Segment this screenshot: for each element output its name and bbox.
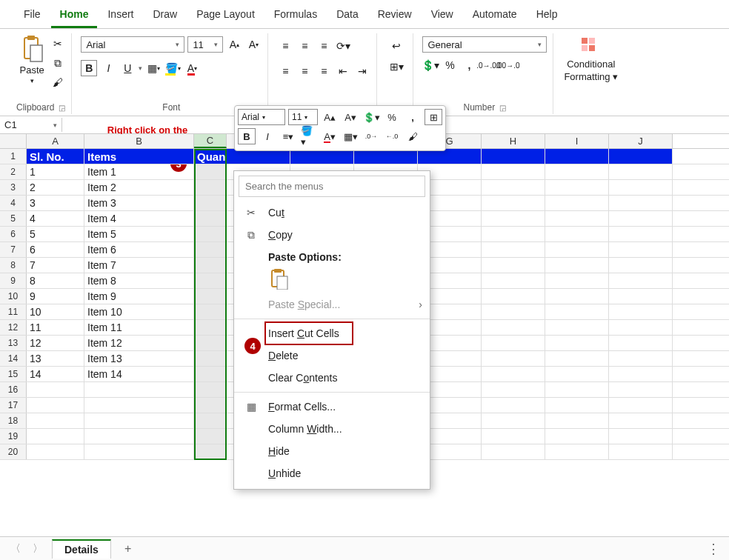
cell[interactable] bbox=[27, 429, 84, 444]
row-header[interactable]: 12 bbox=[0, 320, 27, 335]
mini-borders-icon[interactable]: ▦▾ bbox=[342, 128, 359, 144]
cell[interactable] bbox=[609, 258, 673, 273]
increase-indent-icon[interactable]: ⇥ bbox=[354, 63, 370, 79]
ctx-hide[interactable]: Hide bbox=[234, 440, 430, 462]
cell[interactable]: Item 14 bbox=[84, 367, 194, 381]
cell[interactable] bbox=[194, 429, 227, 444]
row-header[interactable]: 2 bbox=[0, 164, 27, 179]
fill-color-button[interactable]: 🪣▾ bbox=[164, 60, 181, 76]
tab-draw[interactable]: Draw bbox=[144, 2, 186, 28]
percent-format-icon[interactable]: % bbox=[442, 57, 458, 73]
row-header[interactable]: 5 bbox=[0, 211, 27, 226]
tab-insert[interactable]: Insert bbox=[99, 2, 142, 28]
align-right-icon[interactable]: ≡ bbox=[316, 63, 332, 79]
cell[interactable]: Item 6 bbox=[84, 242, 194, 257]
row-header[interactable]: 15 bbox=[0, 367, 27, 381]
cell[interactable] bbox=[545, 149, 609, 164]
mini-comma-icon[interactable]: , bbox=[404, 109, 422, 125]
merge-cells-icon[interactable]: ⊞▾ bbox=[386, 59, 407, 75]
tab-automate[interactable]: Automate bbox=[464, 2, 526, 28]
cell[interactable]: 13 bbox=[27, 351, 84, 366]
cell[interactable] bbox=[482, 289, 545, 304]
cell[interactable]: Item 13 bbox=[84, 351, 194, 366]
mini-increase-font-icon[interactable]: A▴ bbox=[321, 109, 339, 125]
cell[interactable] bbox=[194, 382, 227, 397]
cell[interactable] bbox=[194, 227, 227, 241]
cell[interactable] bbox=[27, 413, 84, 428]
cell[interactable]: Item 7 bbox=[84, 258, 194, 273]
mini-incr-decimal-icon[interactable]: .0→ bbox=[362, 128, 380, 144]
align-bottom-icon[interactable]: ≡ bbox=[316, 38, 332, 54]
increase-font-icon[interactable]: A▴ bbox=[226, 36, 242, 53]
cell[interactable]: 8 bbox=[27, 273, 84, 288]
cell[interactable] bbox=[482, 336, 545, 350]
cell[interactable]: Sl. No. bbox=[27, 149, 84, 164]
cell[interactable]: 1 bbox=[27, 164, 84, 179]
row-header[interactable]: 19 bbox=[0, 429, 27, 444]
align-middle-icon[interactable]: ≡ bbox=[296, 38, 313, 54]
cell[interactable] bbox=[84, 429, 194, 444]
align-left-icon[interactable]: ≡ bbox=[277, 63, 293, 79]
cell[interactable]: 5 bbox=[27, 227, 84, 241]
tab-data[interactable]: Data bbox=[327, 2, 367, 28]
cell[interactable] bbox=[482, 196, 545, 210]
column-header-a[interactable]: A bbox=[27, 134, 84, 148]
cell[interactable] bbox=[482, 320, 545, 335]
ctx-column-width[interactable]: Column Width... bbox=[234, 418, 430, 440]
cell[interactable] bbox=[545, 227, 609, 241]
cell[interactable] bbox=[482, 444, 545, 459]
cell[interactable] bbox=[545, 320, 609, 335]
cell[interactable] bbox=[418, 149, 482, 164]
italic-button[interactable]: I bbox=[100, 60, 116, 76]
mini-align-icon[interactable]: ≡▾ bbox=[279, 128, 297, 144]
row-header[interactable]: 11 bbox=[0, 304, 27, 319]
mini-font-select[interactable]: Arial▾ bbox=[238, 109, 285, 125]
cell[interactable] bbox=[545, 398, 609, 413]
cell[interactable]: 2 bbox=[27, 180, 84, 195]
cell[interactable] bbox=[545, 211, 609, 226]
cell[interactable] bbox=[609, 196, 673, 210]
cell[interactable] bbox=[545, 164, 609, 179]
cell[interactable] bbox=[609, 242, 673, 257]
cell[interactable] bbox=[194, 336, 227, 350]
cell[interactable] bbox=[84, 398, 194, 413]
mini-font-color-icon[interactable]: A▾ bbox=[321, 128, 339, 144]
paste-option-icon[interactable] bbox=[268, 268, 290, 290]
cell[interactable] bbox=[545, 351, 609, 366]
cell[interactable]: Quan bbox=[194, 149, 227, 164]
ctx-unhide[interactable]: Unhide bbox=[234, 462, 430, 484]
cell[interactable]: 9 bbox=[27, 289, 84, 304]
cell[interactable] bbox=[545, 196, 609, 210]
format-painter-icon[interactable]: 🖌 bbox=[50, 75, 65, 90]
decrease-decimal-icon[interactable]: .00→.0 bbox=[499, 57, 516, 73]
column-header-j[interactable]: J bbox=[609, 134, 673, 148]
cell[interactable] bbox=[194, 258, 227, 273]
mini-bold-button[interactable]: B bbox=[238, 128, 256, 144]
align-center-icon[interactable]: ≡ bbox=[296, 63, 313, 79]
cell[interactable]: Item 12 bbox=[84, 336, 194, 350]
cell[interactable] bbox=[609, 211, 673, 226]
column-header-c[interactable]: C bbox=[194, 134, 227, 148]
cell[interactable] bbox=[194, 444, 227, 459]
mini-accounting-icon[interactable]: 💲▾ bbox=[362, 109, 380, 125]
cell[interactable] bbox=[545, 273, 609, 288]
column-header-h[interactable]: H bbox=[482, 134, 545, 148]
cell[interactable] bbox=[545, 258, 609, 273]
row-header[interactable]: 13 bbox=[0, 336, 27, 350]
mini-fill-color-icon[interactable]: 🪣▾ bbox=[300, 128, 318, 144]
cell[interactable] bbox=[194, 196, 227, 210]
mini-merge-icon[interactable]: ⊞ bbox=[425, 109, 442, 125]
cell[interactable]: 7 bbox=[27, 258, 84, 273]
cell[interactable] bbox=[609, 320, 673, 335]
select-all-corner[interactable] bbox=[0, 134, 27, 148]
ctx-paste-special[interactable]: Paste Special...› bbox=[234, 293, 430, 316]
number-format-select[interactable]: General bbox=[422, 36, 547, 53]
cell[interactable] bbox=[482, 211, 545, 226]
accounting-format-icon[interactable]: 💲▾ bbox=[422, 57, 439, 73]
cell[interactable] bbox=[482, 227, 545, 241]
cell[interactable] bbox=[194, 273, 227, 288]
cell[interactable]: Item 1 bbox=[84, 164, 194, 179]
cell[interactable]: 6 bbox=[27, 242, 84, 257]
tab-formulas[interactable]: Formulas bbox=[265, 2, 326, 28]
cell[interactable]: Item 9 bbox=[84, 289, 194, 304]
